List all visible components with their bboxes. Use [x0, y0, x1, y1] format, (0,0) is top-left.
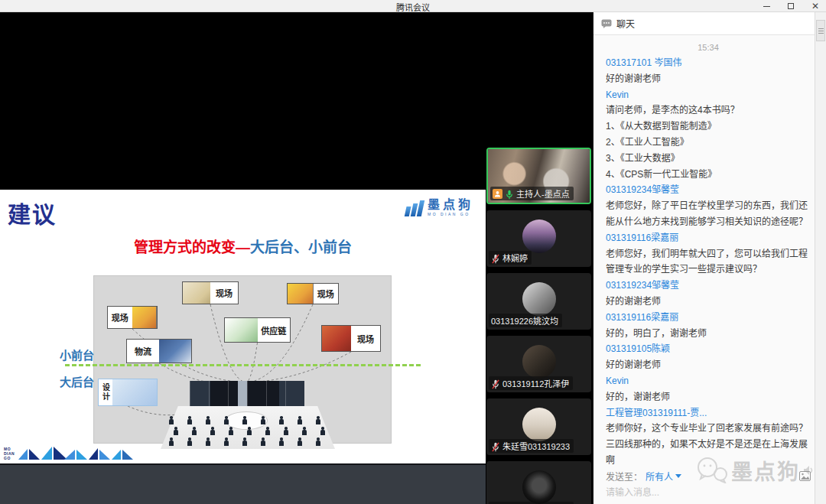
diagram-box: 现场 [287, 283, 339, 304]
warehouse-image [159, 340, 191, 363]
diagram-box-label: 现场 [108, 307, 132, 328]
audience-person [246, 427, 252, 435]
chat-messages[interactable]: 15:34 031317101 岑国伟好的谢谢老师Kevin请问老师，是李杰的这… [593, 35, 826, 464]
participant-avatar [522, 345, 556, 379]
modiango-logo-icon [405, 200, 424, 216]
screen-share-area: 建议 墨点狗 MO DIAN GO 管理方式的改变—大后台、小前台 现场现场现场… [0, 12, 486, 504]
chat-scrollbar[interactable] [815, 12, 826, 504]
chat-sender[interactable]: 031319234邹馨莹 [606, 182, 811, 198]
participant-name: 林娴婷 [502, 252, 528, 264]
crane-image [132, 307, 158, 328]
subtitle-red-part: 管理方式的改变— [134, 239, 250, 255]
participant-avatar [522, 219, 556, 253]
diagram-box-label: 现场 [210, 282, 238, 304]
send-image-button[interactable] [799, 471, 811, 481]
divider-dashed-line [65, 364, 421, 366]
close-button[interactable]: ✕ [809, 1, 821, 11]
diagram-box-label: 现场 [314, 284, 339, 304]
chat-sender[interactable]: 031319105陈颖 [606, 341, 811, 357]
participant-tile[interactable]: 031319226姚汶均 [486, 273, 591, 330]
participant-label: 主持人-墨点点 [490, 187, 574, 200]
building-image [183, 282, 210, 304]
chat-sender[interactable]: 工程管理031319111-贾... [606, 405, 811, 421]
diagram-box-label: 现场 [351, 326, 380, 351]
diagram-box-label: 设计 [99, 379, 112, 405]
scrollbar-thumb[interactable] [816, 20, 825, 41]
image-icon [799, 471, 811, 481]
audience-person [283, 427, 288, 435]
audience-person [242, 416, 247, 424]
minimize-button[interactable] [760, 1, 772, 11]
chat-message-text: 2、《工业人工智能》 [606, 135, 811, 151]
send-to-dropdown[interactable]: 所有人 [646, 470, 681, 483]
audience-person [260, 437, 265, 446]
participant-name: 主持人-墨点点 [516, 187, 570, 200]
diagram-box: 物流 [126, 339, 192, 363]
chat-message-text: 4、《CPS新一代工业智能》 [606, 167, 811, 183]
participant-tile[interactable]: 031319112孔泽伊 [486, 336, 591, 392]
chat-sender[interactable]: Kevin [606, 373, 811, 389]
diagram-box: 现场 [107, 306, 158, 329]
chevron-down-icon [675, 474, 681, 478]
diagram-box: 现场 [182, 281, 239, 304]
participant-tile[interactable]: 朱廷雪031319233 [486, 398, 591, 455]
window-title: 腾讯会议 [0, 1, 826, 13]
mic-muted-icon [491, 379, 500, 389]
control-room-screen [190, 381, 304, 407]
audience-person [278, 437, 284, 446]
chat-message-text: 3、《工业大数据》 [606, 151, 811, 167]
footer-triangles-icon [18, 447, 138, 460]
chat-message-text: 1、《从大数据到智能制造》 [606, 119, 811, 135]
chat-sender[interactable]: 031319234邹馨莹 [606, 278, 811, 294]
audience-person [210, 427, 215, 435]
chat-message-input[interactable] [606, 487, 811, 498]
audience-person [168, 437, 174, 446]
desktop-background-strip [0, 463, 486, 504]
participant-label: 031319112孔泽伊 [489, 376, 573, 390]
modiango-logo: 墨点狗 MO DIAN GO [406, 199, 473, 216]
chat-message-text: 好的，谢谢老师 [606, 389, 811, 405]
audience-person [205, 437, 210, 446]
chat-message-text: 好的谢谢老师 [606, 294, 811, 310]
chat-sender[interactable]: 031317101 岑国伟 [606, 55, 811, 71]
slide-subtitle: 管理方式的改变—大后台、小前台 [0, 236, 486, 256]
chat-sender[interactable]: 031319116梁嘉丽 [606, 310, 811, 326]
participant-tile[interactable]: 主持人-墨点点 [486, 148, 591, 204]
footer-logo-text: MODIANGO [4, 447, 15, 460]
crane-image [288, 284, 314, 304]
presentation-slide: 建议 墨点狗 MO DIAN GO 管理方式的改变—大后台、小前台 现场现场现场… [0, 190, 486, 463]
factory-image [225, 318, 258, 342]
chat-bubble-icon [601, 19, 612, 28]
participant-tile[interactable]: 031319219邵志成 [486, 461, 591, 504]
audience-person [315, 437, 320, 446]
audience-person [228, 427, 233, 435]
chat-sender[interactable]: Kevin [606, 87, 811, 103]
redbuilding-image [322, 326, 351, 351]
label-front-office: 小前台 [60, 346, 94, 363]
maximize-button[interactable] [785, 1, 797, 11]
participant-avatar [522, 408, 556, 441]
subtitle-blue-part: 大后台、小前台 [250, 239, 352, 255]
audience-person [205, 416, 210, 424]
audience-person [297, 416, 302, 424]
logo-text-cn: 墨点狗 [428, 199, 473, 211]
audience-person [242, 437, 247, 446]
titlebar: 腾讯会议 ✕ [0, 0, 826, 12]
send-to-value: 所有人 [646, 470, 673, 483]
participant-name: 031319226姚汶均 [491, 314, 558, 327]
chat-panel: 聊天 15:34 031317101 岑国伟好的谢谢老师Kevin请问老师，是李… [593, 12, 826, 504]
label-back-office: 大后台 [60, 373, 94, 389]
diagram-box: 设计 [98, 379, 158, 406]
send-to-label: 发送至： [606, 470, 642, 483]
audience-person [187, 416, 192, 424]
participant-avatar [522, 282, 556, 316]
participant-tile[interactable]: 林娴婷 [486, 210, 591, 267]
audience-person [265, 427, 270, 435]
diagram-box-label: 物流 [127, 340, 159, 363]
mic-muted-icon [491, 253, 500, 263]
chat-sender[interactable]: 031319116梁嘉丽 [606, 230, 811, 246]
audience-person [278, 416, 284, 424]
chat-header: 聊天 [593, 12, 826, 35]
chat-message-text: 好的谢谢老师 [606, 71, 811, 87]
chat-message-text: 好的，明白了，谢谢老师 [606, 326, 811, 342]
